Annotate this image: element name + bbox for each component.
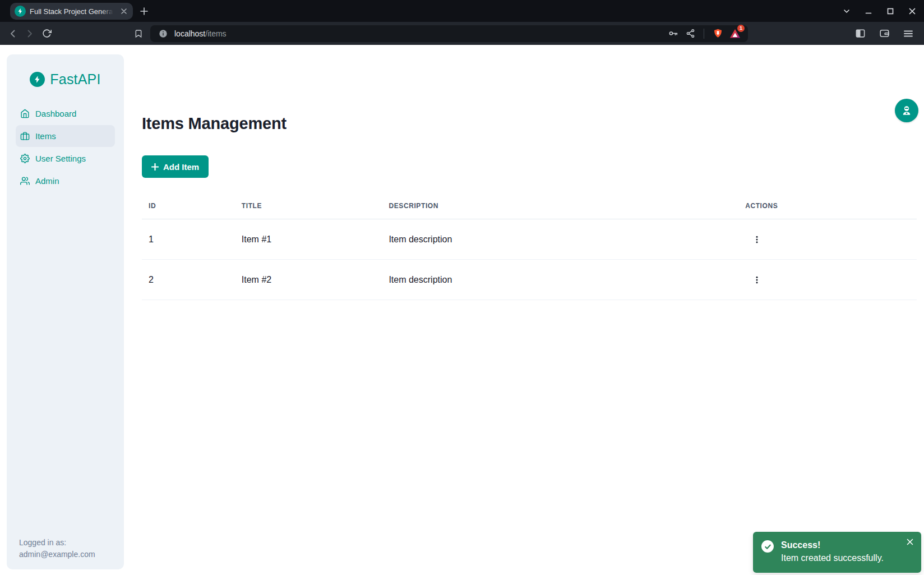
column-header-description: DESCRIPTION [382, 195, 738, 219]
sidebar-item-dashboard[interactable]: Dashboard [16, 103, 115, 125]
address-bar[interactable]: localhost/items 1 [150, 25, 748, 42]
items-table: ID TITLE DESCRIPTION ACTIONS 1 Item #1 I… [142, 195, 917, 300]
browser-titlebar: Full Stack Project Genera [0, 0, 924, 22]
brand: FastAPI [7, 71, 124, 88]
row-actions-kebab-icon[interactable] [749, 272, 765, 288]
brave-shield-icon[interactable] [712, 27, 724, 40]
sidebar-item-user-settings[interactable]: User Settings [16, 148, 115, 169]
url-host: localhost [174, 29, 205, 38]
menu-hamburger-icon[interactable] [900, 25, 917, 42]
success-toast: Success! Item created successfully. [753, 532, 921, 573]
fastapi-logo-icon [30, 72, 45, 87]
page-title: Items Management [142, 114, 287, 133]
logged-in-label: Logged in as: [19, 537, 95, 549]
cell-id: 2 [142, 260, 235, 300]
forward-button[interactable] [21, 25, 38, 42]
table-row: 1 Item #1 Item description [142, 219, 917, 260]
back-button[interactable] [4, 25, 21, 42]
cell-description: Item description [382, 260, 738, 300]
reload-button[interactable] [38, 25, 55, 42]
cell-id: 1 [142, 219, 235, 260]
cell-title: Item #2 [235, 260, 382, 300]
column-header-title: TITLE [235, 195, 382, 219]
user-astronaut-icon [900, 104, 913, 117]
cell-actions [738, 219, 917, 260]
toast-close-icon[interactable] [905, 537, 915, 547]
add-item-label: Add Item [163, 162, 199, 172]
cell-title: Item #1 [235, 219, 382, 260]
column-header-id: ID [142, 195, 235, 219]
window-controls [842, 0, 917, 22]
sidebar: FastAPI Dashboard Items User Settings [7, 54, 124, 569]
brand-name: FastAPI [50, 71, 100, 88]
sidebar-nav: Dashboard Items User Settings Admin [7, 103, 124, 192]
bookmark-icon[interactable] [130, 25, 147, 42]
column-header-actions: ACTIONS [738, 195, 917, 219]
app-page: FastAPI Dashboard Items User Settings [0, 45, 924, 575]
url-path: /items [205, 29, 226, 38]
table-header-row: ID TITLE DESCRIPTION ACTIONS [142, 195, 917, 219]
close-window-button[interactable] [907, 6, 917, 16]
fastapi-favicon-icon [15, 6, 26, 17]
sidebar-item-items[interactable]: Items [16, 125, 115, 147]
toast-title: Success! [781, 539, 884, 551]
site-info-icon[interactable] [157, 27, 169, 40]
gear-icon [20, 154, 30, 163]
browser-tab[interactable]: Full Stack Project Genera [10, 3, 133, 20]
sidebar-item-label: Dashboard [35, 109, 76, 118]
brave-rewards-icon[interactable]: 1 [729, 27, 741, 40]
logged-in-email: admin@example.com [19, 549, 95, 560]
tab-title-fade [101, 6, 116, 16]
share-icon[interactable] [684, 27, 696, 40]
user-menu-avatar-button[interactable] [895, 99, 918, 122]
sidebar-item-admin[interactable]: Admin [16, 170, 115, 192]
browser-toolbar: localhost/items 1 [0, 22, 924, 45]
add-item-button[interactable]: Add Item [142, 155, 209, 178]
tab-title: Full Stack Project Genera [30, 7, 113, 16]
table-row: 2 Item #2 Item description [142, 260, 917, 300]
sidebar-item-label: User Settings [35, 154, 86, 163]
tab-close-icon[interactable] [119, 7, 128, 16]
cell-description: Item description [382, 219, 738, 260]
toast-message: Item created successfully. [781, 551, 884, 564]
divider [704, 29, 704, 39]
home-icon [20, 109, 30, 118]
tab-search-chevron-icon[interactable] [842, 6, 852, 16]
logged-in-info: Logged in as: admin@example.com [19, 537, 95, 560]
new-tab-button[interactable] [137, 4, 151, 19]
cell-actions [738, 260, 917, 300]
briefcase-icon [20, 131, 30, 141]
brave-wallet-icon[interactable] [876, 25, 893, 42]
row-actions-kebab-icon[interactable] [749, 231, 765, 248]
minimize-button[interactable] [863, 6, 874, 16]
sidebar-panel-icon[interactable] [852, 25, 868, 42]
check-circle-icon [761, 540, 774, 553]
rewards-badge: 1 [737, 25, 745, 32]
sidebar-item-label: Items [35, 131, 56, 141]
users-icon [20, 176, 30, 186]
sidebar-item-label: Admin [35, 176, 59, 186]
password-key-icon[interactable] [667, 27, 679, 40]
maximize-button[interactable] [885, 6, 895, 16]
